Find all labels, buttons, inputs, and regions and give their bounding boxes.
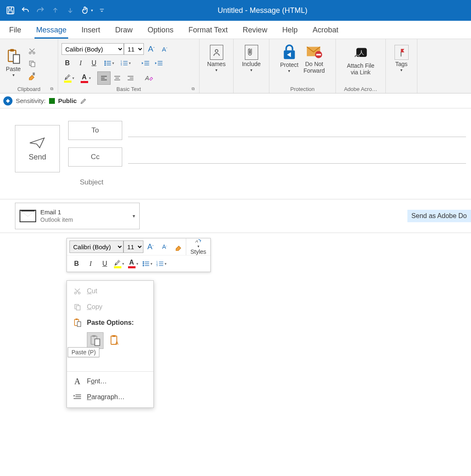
attachment-chip[interactable]: Email 1 Outlook item ▾	[15, 203, 140, 229]
tags-button[interactable]: Tags ▾	[387, 43, 416, 74]
chevron-down-icon[interactable]: ▾	[133, 213, 135, 219]
mini-bullets-button[interactable]	[140, 256, 154, 271]
tab-insert[interactable]: Insert	[75, 22, 107, 39]
cc-button[interactable]: Cc	[68, 147, 122, 167]
undo-button[interactable]	[18, 3, 32, 17]
mini-font-color-button[interactable]: A	[126, 256, 140, 271]
attach-file-via-link-button[interactable]: 人 Attach File via Link	[337, 43, 385, 77]
mini-highlight-button[interactable]: 🖉	[112, 256, 126, 271]
clipboard-launcher[interactable]: ⧉	[50, 86, 56, 92]
tab-format-text[interactable]: Format Text	[182, 22, 234, 39]
ctx-cut-label: Cut	[87, 287, 97, 295]
numbering-button[interactable]: 123	[117, 56, 134, 70]
mini-bold-button[interactable]: B	[69, 256, 84, 271]
tab-help[interactable]: Help	[276, 22, 304, 39]
svg-text:3: 3	[121, 64, 122, 66]
qat-customize-button[interactable]	[96, 3, 107, 17]
to-button[interactable]: To	[68, 121, 122, 140]
paste-keep-source-button[interactable]	[87, 332, 104, 349]
message-body[interactable]: Calibri (Body) 11 Aˆ Aˇ A ▾ Styles B I U…	[0, 233, 471, 457]
group-basic-text: Calibri (Body) 11 Aˆ Aˇ B I U 123	[58, 39, 200, 93]
ribbon-overflow	[417, 39, 424, 93]
decrease-indent-button[interactable]	[139, 56, 152, 70]
protect-label: Protect	[280, 61, 298, 68]
increase-indent-button[interactable]	[152, 56, 165, 70]
names-button[interactable]: Names ▾	[200, 43, 232, 74]
clear-formatting-button[interactable]: A	[142, 71, 155, 85]
ctx-paragraph-label: Paragraph…	[87, 393, 125, 401]
align-center-button[interactable]	[111, 71, 124, 85]
include-button[interactable]: Include ▾	[234, 43, 268, 74]
protect-button[interactable]: Protect ▾	[278, 42, 301, 73]
format-painter-button[interactable]	[26, 70, 38, 82]
font-select[interactable]: Calibri (Body)	[62, 43, 124, 55]
redo-button[interactable]	[33, 3, 47, 17]
bullets-button[interactable]	[101, 56, 117, 70]
svg-point-50	[143, 263, 143, 264]
attachments-bar: Email 1 Outlook item ▾ Send as Adobe Do	[0, 199, 471, 233]
font-a-icon: A	[73, 377, 82, 386]
mini-format-painter-button[interactable]	[172, 239, 186, 254]
tab-acrobat[interactable]: Acrobat	[306, 22, 345, 39]
tab-message[interactable]: Message	[30, 22, 73, 39]
touch-mode-button[interactable]: ▾	[78, 3, 96, 17]
ctx-cut[interactable]: Cut	[67, 283, 153, 299]
ribbon-tabs: File Message Insert Draw Options Format …	[0, 21, 471, 39]
svg-rect-5	[13, 55, 20, 64]
mini-styles-label: Styles	[190, 248, 206, 255]
italic-button[interactable]: I	[74, 56, 87, 70]
context-menu: Cut Copy Paste Options: A Paste (P) A	[67, 280, 154, 408]
ctx-copy[interactable]: Copy	[67, 299, 153, 315]
highlight-button[interactable]: 🖉	[61, 71, 77, 85]
previous-item-button[interactable]	[48, 3, 62, 17]
edit-sensitivity-button[interactable]	[80, 98, 87, 104]
tags-label: Tags	[395, 61, 408, 67]
envelope-icon	[20, 210, 36, 222]
tab-options[interactable]: Options	[141, 22, 180, 39]
shrink-font-button[interactable]: Aˇ	[158, 42, 171, 56]
names-label: Names	[207, 61, 225, 67]
cc-input[interactable]	[128, 163, 466, 164]
mini-styles-button[interactable]: A ▾ Styles	[186, 238, 210, 255]
to-input[interactable]	[128, 137, 466, 137]
sensitivity-label: Sensitivity:	[16, 97, 46, 104]
mini-toolbar: Calibri (Body) 11 Aˆ Aˇ A ▾ Styles B I U…	[67, 238, 211, 272]
mini-grow-font-button[interactable]: Aˆ	[143, 239, 158, 254]
font-size-select[interactable]: 11	[124, 43, 144, 55]
tab-file[interactable]: File	[2, 22, 28, 39]
paste-text-only-button[interactable]: A	[107, 332, 123, 349]
underline-button[interactable]: U	[87, 56, 101, 70]
include-label: Include	[242, 61, 261, 67]
subject-input[interactable]	[116, 177, 466, 188]
mini-shrink-font-button[interactable]: Aˇ	[158, 239, 172, 254]
send-as-adobe-link[interactable]: Send as Adobe Do	[407, 210, 471, 222]
mini-underline-button[interactable]: U	[98, 256, 112, 271]
tab-draw[interactable]: Draw	[109, 22, 139, 39]
copy-icon	[73, 302, 82, 312]
send-button[interactable]: Send	[15, 125, 60, 172]
mini-italic-button[interactable]: I	[84, 256, 98, 271]
sensitivity-bar: Sensitivity: Public	[0, 93, 471, 108]
paste-button[interactable]: Paste ▾	[1, 44, 26, 79]
copy-button[interactable]	[26, 57, 38, 70]
font-color-button[interactable]: A	[77, 71, 94, 85]
mini-font-select[interactable]: Calibri (Body)	[69, 240, 123, 253]
mini-font-size-select[interactable]: 11	[123, 240, 143, 253]
do-not-forward-button[interactable]: Do Not Forward	[301, 41, 327, 74]
cut-button[interactable]	[26, 45, 38, 57]
basic-text-launcher[interactable]: ⧉	[192, 86, 197, 92]
bold-button[interactable]: B	[61, 56, 74, 70]
ctx-font[interactable]: A Font…	[67, 373, 153, 389]
align-left-button[interactable]	[97, 71, 111, 85]
grow-font-button[interactable]: Aˆ	[145, 42, 158, 56]
sensitivity-color-swatch	[49, 98, 55, 104]
mini-numbering-button[interactable]: 123	[154, 256, 168, 271]
attachment-name: Email 1	[40, 209, 73, 216]
svg-point-15	[104, 64, 105, 65]
svg-rect-65	[76, 319, 78, 320]
tab-review[interactable]: Review	[236, 22, 274, 39]
next-item-button[interactable]	[63, 3, 77, 17]
save-button[interactable]	[3, 3, 17, 17]
ctx-paragraph[interactable]: Paragraph…	[67, 389, 153, 405]
align-right-button[interactable]	[124, 71, 137, 85]
